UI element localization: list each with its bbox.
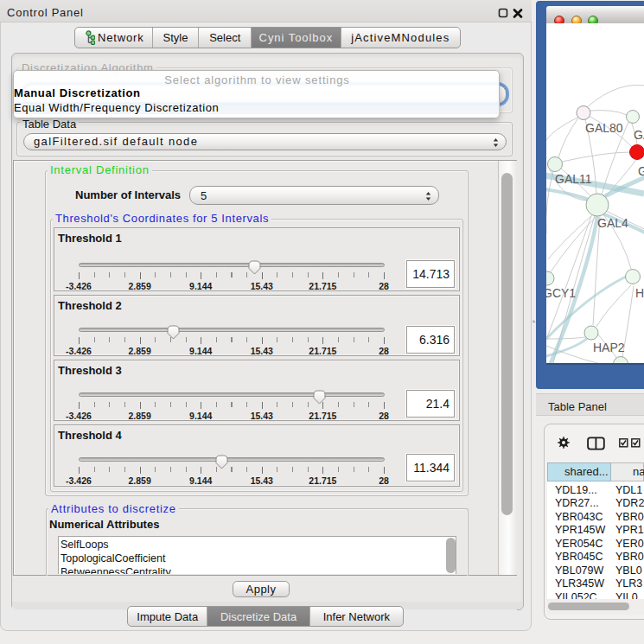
svg-text:GAL4: GAL4 (597, 216, 628, 230)
svg-text:GCY1: GCY1 (546, 286, 576, 300)
svg-text:HAP2: HAP2 (593, 341, 625, 354)
svg-text:H: H (635, 286, 644, 300)
svg-text:GAL80: GAL80 (585, 121, 623, 135)
svg-text:G: G (638, 164, 644, 178)
svg-text:GAL11: GAL11 (555, 172, 592, 186)
svg-text:GA: GA (634, 128, 644, 142)
